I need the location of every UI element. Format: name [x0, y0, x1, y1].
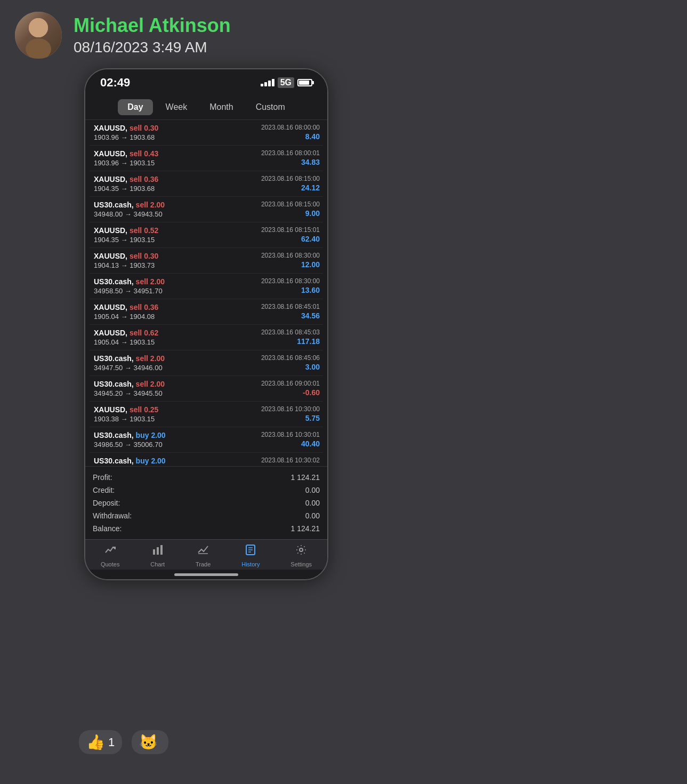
- trade-profit: 34.56: [301, 311, 320, 320]
- nav-chart[interactable]: Chart: [150, 544, 165, 567]
- trade-profit: -0.60: [303, 388, 320, 397]
- nav-trade[interactable]: Trade: [196, 544, 211, 567]
- cookie-emoji: 🐱: [139, 733, 158, 751]
- status-bar: 02:49 5G: [85, 69, 327, 94]
- trade-item[interactable]: US30.cash, sell 2.00 34948.00 → 34943.50…: [90, 197, 323, 222]
- nav-quotes[interactable]: Quotes: [101, 544, 119, 567]
- trade-prices: 1904.35 → 1903.68: [94, 185, 158, 193]
- quotes-icon: [104, 544, 116, 559]
- trade-item[interactable]: US30.cash, buy 2.00 34986.50 → 35006.70 …: [90, 427, 323, 453]
- avatar: [15, 12, 62, 59]
- svg-rect-5: [160, 545, 163, 555]
- trade-datetime: 2023.08.16 08:00:00: [261, 124, 320, 131]
- trade-datetime: 2023.08.16 10:30:01: [261, 431, 320, 438]
- signal-bars: [261, 79, 274, 86]
- trade-symbol: US30.cash, buy 2.00: [94, 457, 166, 465]
- trade-item[interactable]: XAUUSD, sell 0.36 1904.35 → 1903.68 2023…: [90, 171, 323, 197]
- trade-symbol: US30.cash, sell 2.00: [94, 354, 165, 363]
- reaction-thumbsup[interactable]: 👍 1: [79, 730, 122, 754]
- summary-credit-row: Credit: 0.00: [93, 484, 320, 497]
- nav-settings[interactable]: Settings: [290, 544, 312, 567]
- battery-icon: [297, 79, 312, 86]
- trade-symbol: XAUUSD, sell 0.43: [94, 149, 158, 158]
- trade-profit: 62.40: [301, 235, 320, 243]
- settings-label: Settings: [290, 561, 312, 567]
- trade-symbol: XAUUSD, sell 0.62: [94, 329, 158, 337]
- trade-datetime: 2023.08.16 08:00:01: [261, 149, 320, 157]
- trade-profit: 3.00: [305, 363, 320, 371]
- summary-balance-row: Balance: 1 124.21: [93, 522, 320, 535]
- trade-symbol: US30.cash, sell 2.00: [94, 277, 165, 286]
- trade-item[interactable]: US30.cash, sell 2.00 34958.50 → 34951.70…: [90, 274, 323, 299]
- trade-datetime: 2023.08.16 08:45:03: [261, 329, 320, 336]
- trade-symbol: XAUUSD, sell 0.30: [94, 252, 158, 260]
- balance-value: 1 124.21: [291, 524, 320, 533]
- history-label: History: [241, 561, 260, 567]
- tab-week[interactable]: Week: [156, 99, 197, 115]
- period-tabs: Day Week Month Custom: [85, 94, 327, 120]
- trade-datetime: 2023.08.16 08:15:01: [261, 226, 320, 234]
- signal-type: 5G: [278, 77, 294, 88]
- reaction-cookie[interactable]: 🐱: [132, 730, 168, 754]
- trade-datetime: 2023.08.16 08:15:00: [261, 201, 320, 208]
- trade-symbol: US30.cash, sell 2.00: [94, 380, 165, 388]
- trade-profit: 34.83: [301, 158, 320, 166]
- trade-item[interactable]: XAUUSD, sell 0.52 1904.35 → 1903.15 2023…: [90, 222, 323, 248]
- trade-item[interactable]: XAUUSD, sell 0.43 1903.96 → 1903.15 2023…: [90, 146, 323, 171]
- profit-value: 1 124.21: [291, 473, 320, 482]
- withdrawal-value: 0.00: [305, 511, 320, 520]
- trade-item[interactable]: XAUUSD, sell 0.30 1903.96 → 1903.68 2023…: [90, 120, 323, 146]
- home-indicator: [85, 570, 327, 579]
- tab-month[interactable]: Month: [200, 99, 243, 115]
- trade-item[interactable]: XAUUSD, sell 0.25 1903.38 → 1903.15 2023…: [90, 402, 323, 427]
- tab-custom[interactable]: Custom: [246, 99, 295, 115]
- credit-label: Credit:: [93, 486, 115, 494]
- user-name: Michael Atkinson: [74, 14, 231, 37]
- chart-icon: [152, 544, 164, 559]
- trade-symbol: US30.cash, buy 2.00: [94, 431, 166, 439]
- trade-symbol: XAUUSD, sell 0.36: [94, 303, 158, 311]
- trade-profit: 8.40: [305, 132, 320, 141]
- chart-label: Chart: [150, 561, 165, 567]
- trade-item[interactable]: US30.cash, sell 2.00 34947.50 → 34946.00…: [90, 350, 323, 376]
- phone-mockup: 02:49 5G Day Week Month Custom: [84, 68, 328, 580]
- trade-prices: 1903.38 → 1903.15: [94, 415, 158, 423]
- trade-symbol: XAUUSD, sell 0.25: [94, 405, 158, 414]
- trade-profit: 13.60: [301, 286, 320, 294]
- summary-withdrawal-row: Withdrawal: 0.00: [93, 509, 320, 522]
- trade-datetime: 2023.08.16 08:45:01: [261, 303, 320, 310]
- summary-profit-row: Profit: 1 124.21: [93, 471, 320, 484]
- tab-day[interactable]: Day: [118, 99, 152, 115]
- nav-history[interactable]: History: [241, 544, 260, 567]
- trade-item[interactable]: XAUUSD, sell 0.30 1904.13 → 1903.73 2023…: [90, 248, 323, 274]
- trade-item[interactable]: XAUUSD, sell 0.62 1905.04 → 1903.15 2023…: [90, 325, 323, 350]
- trade-prices: 1903.96 → 1903.15: [94, 159, 158, 167]
- trade-prices: 34947.50 → 34946.00: [94, 364, 165, 372]
- trade-prices: 1903.96 → 1903.68: [94, 133, 158, 141]
- profit-label: Profit:: [93, 473, 112, 482]
- user-info: Michael Atkinson 08/16/2023 3:49 AM: [74, 14, 231, 56]
- page-header: Michael Atkinson 08/16/2023 3:49 AM: [0, 0, 687, 68]
- trade-icon: [197, 544, 209, 559]
- trade-datetime: 2023.08.16 08:15:00: [261, 175, 320, 182]
- balance-label: Balance:: [93, 524, 122, 533]
- trade-prices: 34986.50 → 35006.70: [94, 441, 166, 449]
- trade-prices: 34948.00 → 34943.50: [94, 210, 165, 218]
- trade-profit: 12.00: [301, 260, 320, 269]
- withdrawal-label: Withdrawal:: [93, 511, 132, 520]
- credit-value: 0.00: [305, 486, 320, 494]
- summary-deposit-row: Deposit: 0.00: [93, 497, 320, 509]
- quotes-label: Quotes: [101, 561, 119, 567]
- trade-prices: 34958.50 → 34951.70: [94, 287, 165, 295]
- deposit-value: 0.00: [305, 499, 320, 507]
- user-datetime: 08/16/2023 3:49 AM: [74, 39, 231, 56]
- reactions-area: 👍 1 🐱: [79, 730, 168, 754]
- trade-item[interactable]: US30.cash, sell 2.00 34945.20 → 34945.50…: [90, 376, 323, 402]
- trade-item[interactable]: US30.cash, buy 2.00 34987.50 → 35007.70 …: [90, 453, 323, 466]
- trade-profit: 117.18: [297, 337, 320, 346]
- history-icon: [245, 544, 256, 559]
- status-time: 02:49: [100, 76, 130, 90]
- svg-point-11: [300, 548, 303, 551]
- trade-item[interactable]: XAUUSD, sell 0.36 1905.04 → 1904.08 2023…: [90, 299, 323, 325]
- trade-symbol: US30.cash, sell 2.00: [94, 201, 165, 209]
